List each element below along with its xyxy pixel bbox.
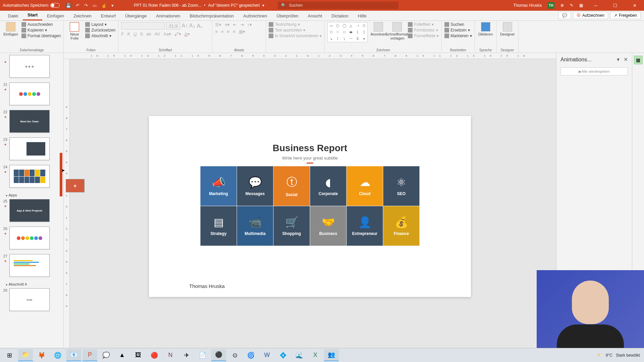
taskbar-chrome-icon[interactable]: 🌐	[50, 349, 65, 361]
tile-corporate[interactable]: ◖Corporate	[310, 166, 346, 206]
tile-seo[interactable]: ⚛SEO	[383, 166, 420, 206]
justify-icon[interactable]: ≡	[233, 29, 235, 34]
tile-marketing[interactable]: 📣Marketing	[201, 166, 237, 206]
cut-button[interactable]: Ausschneiden	[21, 22, 61, 27]
minimize-button[interactable]: ─	[589, 3, 602, 8]
document-title[interactable]: PPT 01 Roter Faden 006 - ab Zoom... • Au…	[134, 3, 264, 8]
tab-dictation[interactable]: Dictation	[327, 11, 353, 20]
qat-save-icon[interactable]: 💾	[66, 3, 71, 8]
qat-touch-icon[interactable]: ☝	[101, 3, 107, 8]
tab-datei[interactable]: Datei	[3, 11, 23, 20]
quickstyles-button[interactable]: Schnellformat-vorlagen	[389, 22, 405, 40]
increase-font-icon[interactable]: A↑	[181, 23, 188, 29]
align-center-icon[interactable]: ≡	[221, 29, 224, 34]
weather-icon[interactable]: ⛅	[597, 353, 602, 358]
linespacing-button[interactable]: ↕▾	[247, 22, 252, 27]
designer-button[interactable]: Designer	[499, 22, 516, 36]
font-family-select[interactable]	[121, 22, 165, 29]
columns-icon[interactable]: ▥▾	[239, 29, 245, 34]
thumbnail-slide[interactable]: 26★	[1, 227, 57, 249]
font-color-button[interactable]: A▾	[184, 32, 190, 37]
tile-social[interactable]: ⓣSocial	[274, 166, 310, 206]
tab-entwurf[interactable]: Entwurf	[96, 11, 120, 20]
taskbar-excel-icon[interactable]: X	[308, 349, 323, 361]
tile-finance[interactable]: 💰Finance	[383, 206, 420, 246]
dedent-button[interactable]: ⇤	[233, 22, 237, 27]
italic-button[interactable]: K	[127, 32, 130, 37]
autosave-toggle[interactable]: Automatisches Speichern	[3, 3, 60, 8]
case-button[interactable]: Aa▾	[163, 32, 171, 37]
taskbar-outlook-icon[interactable]: 📧	[66, 349, 81, 361]
tab-bildschirm[interactable]: Bildschirmpräsentation	[185, 11, 238, 20]
taskbar-word-icon[interactable]: W	[260, 349, 274, 361]
play-all-button[interactable]: ▶ Alle wiedergeben	[560, 67, 628, 75]
tab-start[interactable]: Start	[23, 10, 42, 20]
taskbar-vlc-icon[interactable]: ▲	[115, 349, 129, 361]
find-button[interactable]: Suchen	[444, 22, 472, 27]
slide-subtitle[interactable]: Write here your great subtitle	[149, 156, 471, 164]
taskbar-teams-icon[interactable]: 👥	[324, 349, 339, 361]
section-header[interactable]: Abschnitt 4	[1, 282, 57, 288]
taskbar-app-icon[interactable]: 🌀	[244, 349, 258, 361]
pane-close-icon[interactable]: ✕	[624, 56, 628, 63]
copy-button[interactable]: Kopieren ▾	[21, 28, 61, 33]
select-button[interactable]: Markieren ▾	[444, 34, 472, 38]
text-direction-button[interactable]: Textrichtung ▾	[269, 22, 322, 27]
thumbnail-slide[interactable]: 23★	[1, 137, 57, 160]
taskbar-onenote-icon[interactable]: N	[163, 349, 178, 361]
thumbnail-slide[interactable]: 27★	[1, 254, 57, 277]
shapes-gallery[interactable]: ▭▢◯△➝⬡ ⬠☆⬭⬬{} ↘⤴⤵〰S▾	[327, 22, 368, 42]
reset-button[interactable]: Zurücksetzen	[85, 28, 115, 33]
align-text-button[interactable]: Text ausrichten ▾	[269, 28, 322, 33]
weather-text[interactable]: Stark bewölkt	[616, 353, 640, 358]
app-icon[interactable]: ▦	[579, 3, 583, 8]
qat-more-icon[interactable]: ▾	[111, 3, 114, 8]
taskbar-explorer-icon[interactable]: 📁	[18, 349, 33, 361]
qat-redo-icon[interactable]: ↷	[84, 3, 88, 8]
user-name[interactable]: Thomas Hruska	[513, 3, 542, 8]
replace-button[interactable]: Ersetzen ▾	[444, 28, 472, 33]
arrange-button[interactable]: Anordnen	[370, 22, 386, 36]
smartart-button[interactable]: In SmartArt konvertieren ▾	[269, 34, 322, 38]
slide-author[interactable]: Thomas Hruska	[189, 283, 225, 289]
thumbnail-slide[interactable]: 24★	[1, 165, 57, 188]
slide-editor[interactable]: 16 15 14 13 12 11 10 9 8 7 6 5 4 3 2 1 0…	[64, 53, 556, 354]
thumbnail-slide[interactable]: 22★ Meet the Team	[1, 110, 57, 133]
bold-button[interactable]: F	[121, 32, 124, 37]
search-box[interactable]: 🔍 Suchen	[278, 2, 398, 9]
qat-slideshow-icon[interactable]: ▭	[93, 3, 97, 8]
indent-button[interactable]: ⇥	[240, 22, 244, 27]
taskbar-telegram-icon[interactable]: ✈	[179, 349, 194, 361]
effects-button[interactable]: Formeffekte ▾	[408, 34, 439, 38]
coming-soon-icon[interactable]: ⊕	[560, 3, 564, 8]
numbering-button[interactable]: ≡▾	[225, 22, 230, 27]
thumbnail-slide[interactable]: 28 Ende	[1, 288, 57, 311]
taskbar-app-icon[interactable]: ⊙	[227, 349, 242, 361]
spacing-button[interactable]: AV	[155, 32, 160, 37]
strike-button[interactable]: S	[140, 32, 143, 37]
pane-dropdown-icon[interactable]: ▾	[617, 56, 620, 63]
share-button[interactable]: ↗Freigeben	[610, 12, 641, 19]
tile-shopping[interactable]: 🛒Shopping	[274, 206, 310, 246]
tab-hilfe[interactable]: Hilfe	[353, 11, 371, 20]
mode-icon[interactable]: ✎	[570, 3, 573, 8]
tab-ansicht[interactable]: Ansicht	[303, 11, 327, 20]
taskbar-app-icon[interactable]: 💭	[99, 349, 113, 361]
tile-strategy[interactable]: ▤Strategy	[201, 206, 237, 246]
slide-canvas[interactable]: Business Report Write here your great su…	[149, 116, 471, 297]
underline-button[interactable]: U	[133, 32, 137, 37]
taskbar-edge-icon[interactable]: 🌊	[292, 349, 307, 361]
start-button[interactable]: ⊞	[2, 349, 17, 361]
taskbar-app-icon[interactable]: 📄	[195, 349, 210, 361]
shadow-button[interactable]: ab	[146, 32, 151, 37]
paste-button[interactable]: Einfügen	[3, 22, 19, 36]
tab-animationen[interactable]: Animationen	[151, 11, 185, 20]
section-header[interactable]: Apps	[1, 192, 57, 199]
thumbnail-slide[interactable]: 25★ App & Web Projects	[1, 199, 57, 222]
section-button[interactable]: Abschnitt ▾	[85, 34, 115, 38]
taskbar-app-icon[interactable]: 🖼	[131, 349, 146, 361]
slide-title[interactable]: Business Report	[149, 143, 471, 154]
taskbar-obs-icon[interactable]: ⚫	[211, 349, 226, 361]
qat-undo-icon[interactable]: ↶	[76, 3, 79, 8]
outline-button[interactable]: Formkontur ▾	[408, 28, 439, 33]
